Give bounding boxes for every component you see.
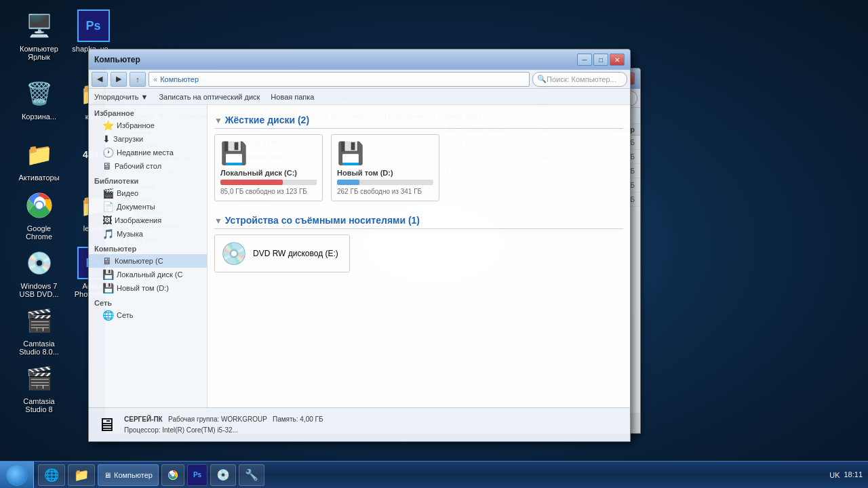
drive-d-bar-container	[337, 180, 433, 185]
localdisk-icon: 💾	[102, 269, 114, 280]
computer-header: Компьютер	[89, 243, 207, 254]
forward-btn-computer[interactable]: ▶	[111, 72, 127, 87]
sidebar-item-computer[interactable]: 🖥 Компьютер (C	[89, 254, 207, 268]
recycle-icon: 🗑️	[23, 77, 56, 110]
taskbar-computer-icon: 🖥	[104, 471, 111, 479]
main-content-computer: ▼ Жёсткие диски (2) 💾 Локальный диск (C:…	[208, 105, 630, 409]
desktop-icon-camtasia8[interactable]: 🎬 CamtasiaStudio 8.0...	[14, 302, 64, 359]
sidebar-item-images[interactable]: 🖼 Изображения	[89, 214, 207, 227]
taskbar-explorer[interactable]: 📁	[68, 464, 95, 486]
title-computer: Компьютер	[94, 55, 140, 64]
sidebar-item-desktop[interactable]: 🖥 Рабочий стол	[89, 159, 207, 173]
sidebar-section-favorites: Избранное ⭐ Избранное ⬇ Загрузки 🕐 Недав…	[89, 108, 207, 173]
computer-icon: 🖥️	[23, 9, 56, 42]
desktop-icon-win7usb[interactable]: 💿 Windows 7USB DVD...	[14, 244, 64, 301]
drive-d[interactable]: 💾 Новый том (D:) 262 ГБ свободно из 341 …	[331, 134, 439, 201]
time-display: 18:11	[844, 470, 863, 480]
camtasia-icon: 🎬	[23, 362, 56, 394]
sidebar-section-network: Сеть 🌐 Сеть	[89, 298, 207, 322]
up-btn-computer[interactable]: ↑	[130, 72, 146, 87]
menu-newfolder-computer[interactable]: Новая папка	[271, 93, 314, 101]
recent-icon: 🕐	[102, 147, 114, 158]
search-icon-computer: 🔍	[537, 75, 547, 83]
desktop-icon-recycle[interactable]: 🗑️ Корзина...	[14, 75, 64, 123]
svg-point-7	[172, 474, 174, 476]
desktop-icon-camtasia[interactable]: 🎬 CamtasiaStudio 8	[14, 359, 64, 416]
menu-organize-computer[interactable]: Упорядочить ▼	[94, 93, 148, 101]
desktop-icon-computer[interactable]: 🖥️ КомпьютерЯрлык	[14, 7, 64, 64]
drive-c[interactable]: 💾 Локальный диск (C:) 85,0 ГБ свободно и…	[214, 134, 323, 201]
sidebar-item-docs[interactable]: 📄 Документы	[89, 200, 207, 214]
drive-c-bar	[220, 180, 283, 185]
sidebar-computer: Избранное ⭐ Избранное ⬇ Загрузки 🕐 Недав…	[89, 105, 208, 409]
taskbar-photoshop[interactable]: Ps	[187, 464, 208, 486]
drive-c-icon: 💾	[220, 140, 317, 166]
minimize-btn-computer[interactable]: ─	[577, 54, 592, 66]
sidebar-item-new-volume[interactable]: 💾 Новый том (D:)	[89, 281, 207, 295]
libraries-header: Библиотеки	[89, 176, 207, 186]
network-header: Сеть	[89, 298, 207, 308]
chrome-icon	[23, 189, 56, 222]
status-bar-computer: 🖥 СЕРГЕЙ-ПК Рабочая группа: WORKGROUP Па…	[89, 407, 630, 441]
sidebar-item-recent[interactable]: 🕐 Недавние места	[89, 146, 207, 159]
sidebar-item-favorites[interactable]: ⭐ Избранное	[89, 119, 207, 132]
desktop-icon-sidebar: 🖥	[102, 161, 112, 171]
status-pc-icon: 🖥	[97, 413, 116, 436]
sidebar-item-local-disk[interactable]: 💾 Локальный диск (C	[89, 268, 207, 281]
sidebar-item-network[interactable]: 🌐 Сеть	[89, 308, 207, 322]
star-icon: ⭐	[102, 120, 114, 131]
computer-icon-sidebar: 🖥	[102, 256, 112, 266]
drives-header: ▼ Жёсткие диски (2)	[214, 112, 623, 129]
dvd-drive[interactable]: 💿 DVD RW дисковод (E:)	[214, 235, 350, 272]
drive-d-name: Новый том (D:)	[337, 169, 433, 177]
toolbar-computer: ◀ ▶ ↑ « Компьютер 🔍 Поиск: Компьютер...	[89, 70, 630, 89]
taskbar-items: 🌐 📁 🖥 Компьютер Ps	[34, 462, 824, 488]
windows-orb	[6, 464, 28, 486]
download-icon: ⬇	[102, 134, 111, 144]
taskbar-burn[interactable]: 💿	[210, 464, 236, 486]
drive-c-info: 85,0 ГБ свободно из 123 ГБ	[220, 188, 317, 195]
breadcrumb-computer[interactable]: Компьютер	[160, 75, 199, 83]
taskbar-chrome[interactable]	[161, 464, 184, 486]
taskbar: 🌐 📁 🖥 Компьютер Ps	[0, 461, 868, 488]
sidebar-item-downloads[interactable]: ⬇ Загрузки	[89, 132, 207, 146]
activators-icon: 📁	[23, 138, 56, 171]
status-text-computer: СЕРГЕЙ-ПК Рабочая группа: WORKGROUP Памя…	[124, 414, 323, 436]
taskbar-tray: UK 18:11	[824, 462, 868, 488]
drive-c-bar-container	[220, 180, 317, 185]
dvd-icon: 💿	[220, 241, 248, 266]
dvd-label: DVD RW дисковод (E:)	[253, 249, 338, 258]
taskbar-computer[interactable]: 🖥 Компьютер	[98, 464, 159, 486]
desktop-icon-activators[interactable]: 📁 Активаторы	[14, 136, 64, 184]
sidebar-section-computer: Компьютер 🖥 Компьютер (C 💾 Локальный дис…	[89, 243, 207, 295]
window-controls-computer: ─ □ ✕	[577, 54, 625, 66]
win7usb-icon: 💿	[23, 247, 56, 279]
maximize-btn-computer[interactable]: □	[593, 54, 608, 66]
search-bar-computer[interactable]: 🔍 Поиск: Компьютер...	[532, 72, 627, 87]
photoshop-icon: Ps	[77, 9, 110, 42]
network-icon: 🌐	[102, 310, 114, 321]
favorites-header: Избранное	[89, 108, 207, 119]
taskbar-ie[interactable]: 🌐	[38, 464, 65, 486]
docs-icon: 📄	[102, 201, 114, 212]
taskbar-computer-label: Компьютер	[114, 471, 153, 479]
desktop-icon-chrome[interactable]: Google Chrome	[14, 186, 64, 243]
start-button[interactable]	[0, 462, 34, 488]
address-bar-computer[interactable]: « Компьютер	[149, 72, 530, 87]
taskbar-tool[interactable]: 🔧	[239, 464, 264, 486]
menu-computer: Упорядочить ▼ Записать на оптический дис…	[89, 89, 630, 105]
sidebar-item-video[interactable]: 🎬 Видео	[89, 186, 207, 200]
camtasia8-icon: 🎬	[23, 304, 56, 337]
drive-d-bar	[337, 180, 359, 185]
explorer-window-computer: Компьютер ─ □ ✕ ◀ ▶ ↑ « Компьютер 🔍 Поис…	[88, 49, 631, 442]
explorer-content-computer: Избранное ⭐ Избранное ⬇ Загрузки 🕐 Недав…	[89, 105, 630, 409]
drive-d-info: 262 ГБ свободно из 341 ГБ	[337, 188, 433, 195]
keyboard-lang: UK	[829, 471, 840, 479]
back-btn-computer[interactable]: ◀	[92, 72, 108, 87]
sidebar-item-music[interactable]: 🎵 Музыка	[89, 227, 207, 241]
titlebar-computer[interactable]: Компьютер ─ □ ✕	[89, 49, 630, 70]
images-icon: 🖼	[102, 215, 112, 226]
system-clock: 18:11	[844, 470, 863, 480]
menu-burn-computer[interactable]: Записать на оптический диск	[159, 93, 260, 101]
close-btn-computer[interactable]: ✕	[610, 54, 625, 66]
